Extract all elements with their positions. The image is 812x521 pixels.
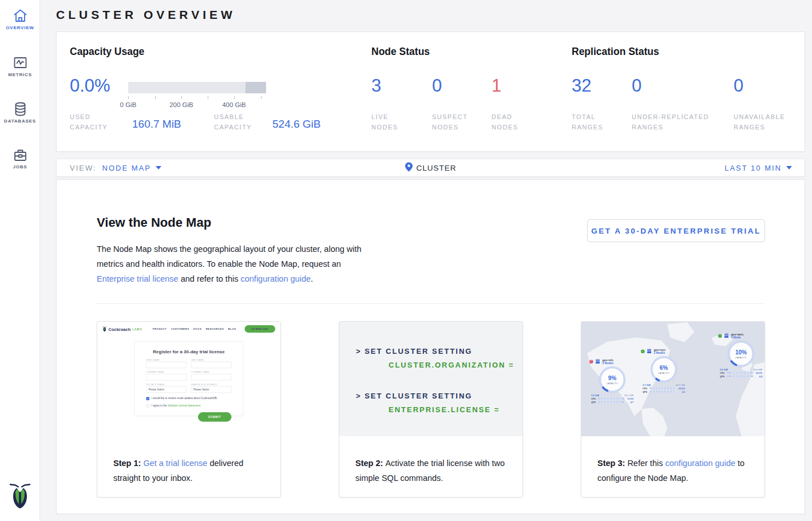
submit-button[interactable]: SUBMIT xyxy=(198,412,232,422)
locality-sfo[interactable]: ! geo=sfo 2 Nodes 9% CAPACITY 3.2 GiB35.… xyxy=(589,358,635,404)
sidebar-item-label: METRICS xyxy=(0,72,40,77)
qps-label: QPS xyxy=(643,390,648,393)
healthy-badge-icon: ✓ xyxy=(641,349,645,353)
nav-link-resources[interactable]: RESOURCES xyxy=(206,327,224,330)
time-range-dropdown[interactable]: LAST 10 MIN xyxy=(724,164,805,172)
configuration-guide-link[interactable]: configuration guide xyxy=(665,459,735,468)
description-text: . xyxy=(311,274,313,283)
capacity-label: CAPACITY xyxy=(735,357,747,359)
node-map-panel: View the Node Map The Node Map shows the… xyxy=(56,179,805,514)
step3-caption: Step 3: Refer this configuration guide t… xyxy=(581,436,765,486)
nav-link-product[interactable]: PRODUCT xyxy=(153,327,167,330)
configuration-guide-link[interactable]: configuration guide xyxy=(240,274,311,283)
nav-link-docs[interactable]: DOCS xyxy=(193,327,201,330)
sidebar-item-label: OVERVIEW xyxy=(0,25,40,30)
breadcrumb: CLUSTER xyxy=(405,162,456,174)
briefcase-icon xyxy=(0,147,40,163)
field-label: COMPANY EMAIL xyxy=(191,371,232,373)
step1-label: Step 1: xyxy=(113,459,143,468)
sidebar-item-overview[interactable]: OVERVIEW xyxy=(0,8,40,30)
replication-status-title: Replication Status xyxy=(572,46,659,58)
capacity-gauge: 6% CAPACITY xyxy=(651,356,677,382)
form-title: Register for a 30-day trial license xyxy=(146,349,232,354)
axis-tick-label: 0 GiB xyxy=(120,101,137,108)
cluster-summary-card: Capacity Usage 0.0% 0 GiB 200 GiB 400 Gi… xyxy=(56,31,805,152)
get-trial-license-link[interactable]: Get a trial license xyxy=(143,459,207,468)
get-enterprise-trial-button[interactable]: GET A 30-DAY ENTERPRISE TRIAL xyxy=(587,219,765,242)
sql-argument: ENTERPRISE.LICENSE = xyxy=(389,403,514,417)
description-text: The Node Map shows the geographical layo… xyxy=(97,244,362,269)
mini-cockroach-labs-logo: Cockroach LABS xyxy=(102,326,142,332)
download-button[interactable]: DOWNLOAD xyxy=(245,325,276,333)
total-gib: 43.7 GiB xyxy=(676,384,685,386)
sidebar-item-metrics[interactable]: METRICS xyxy=(0,55,40,77)
unavailable-ranges-label: UNAVAILABLE RANGES xyxy=(734,112,802,132)
sidebar-item-jobs[interactable]: JOBS xyxy=(0,147,40,169)
warning-badge-icon: ! xyxy=(589,360,593,364)
locality-node-count: 2 Nodes xyxy=(654,352,666,355)
node-status-title: Node Status xyxy=(371,46,430,58)
brand-suffix: LABS xyxy=(132,327,142,331)
field-label: COMPANY NAME xyxy=(146,371,187,373)
view-label: VIEW: xyxy=(70,164,97,172)
cpu-label: CPU xyxy=(643,387,648,390)
email-updates-checkbox[interactable]: ✓ xyxy=(146,397,150,401)
capacity-percent: 0.0% xyxy=(70,76,110,96)
locality-nyc[interactable]: ✓ geo=nyc 2 Nodes 6% CAPACITY 3.7 GiB43.… xyxy=(641,348,687,393)
step3-label: Step 3: xyxy=(597,459,627,468)
used-gib: 3.6 GiB xyxy=(720,368,728,371)
company-name-input[interactable] xyxy=(146,374,187,381)
locality-node-count: 1 Node xyxy=(731,336,744,340)
first-name-input[interactable] xyxy=(146,362,187,369)
step2-sql-graphic: > SET CLUSTER SETTING CLUSTER.ORGANIZATI… xyxy=(339,322,522,436)
field-label: FIRST NAME xyxy=(146,359,187,361)
node-stack-icon xyxy=(724,333,729,338)
capacity-label: CAPACITY xyxy=(607,382,618,385)
under-replicated-ranges-label: UNDER-REPLICATED RANGES xyxy=(632,112,729,132)
healthy-badge-icon: ✓ xyxy=(718,334,722,338)
node-stack-icon xyxy=(647,349,652,354)
cpu-value: 58.3% xyxy=(755,372,762,374)
company-email-input[interactable] xyxy=(191,374,232,381)
chevron-down-icon xyxy=(786,166,792,169)
mini-site-nav-links: PRODUCT CUSTOMERS DOCS RESOURCES BLOG DO… xyxy=(153,325,275,333)
field-label: PROJECT PHASE xyxy=(146,384,187,386)
sql-argument: CLUSTER.ORGANIZATION = xyxy=(389,358,514,372)
qps-value: 0.0 xyxy=(678,390,685,393)
locality-ams[interactable]: ✓ geo=ams 1 Node 10% CAPACITY 3.6 GiB36.… xyxy=(718,333,764,378)
view-dropdown[interactable]: NODE MAP xyxy=(102,164,161,172)
description-text: and refer to this xyxy=(179,274,241,283)
project-phase-select[interactable]: Please Select xyxy=(146,386,187,393)
axis-tick xyxy=(208,96,208,99)
reason-for-interest-select[interactable]: Please Select xyxy=(191,386,232,393)
license-agreement-checkbox[interactable] xyxy=(146,404,150,408)
agree-text: I agree to the xyxy=(152,404,168,407)
software-license-agreement-link[interactable]: Software License Agreement. xyxy=(168,404,201,407)
capacity-gauge: 10% CAPACITY xyxy=(728,341,754,367)
email-updates-label: I would like to receive email updates ab… xyxy=(152,397,217,400)
unavailable-ranges-value: 0 xyxy=(734,76,743,96)
nav-link-customers[interactable]: CUSTOMERS xyxy=(171,327,189,330)
capacity-gauge: 9% CAPACITY xyxy=(599,366,625,393)
last-name-input[interactable] xyxy=(191,362,232,369)
used-capacity-value: 160.7 MiB xyxy=(132,118,181,131)
axis-tick xyxy=(181,96,182,99)
qps-bar xyxy=(650,391,676,393)
enterprise-trial-license-link[interactable]: Enterprise trial license xyxy=(97,274,179,283)
step1-screenshot: Cockroach LABS PRODUCT CUSTOMERS DOCS RE… xyxy=(97,322,280,436)
usable-capacity-label: USABLE CAPACITY xyxy=(214,112,271,132)
capacity-bar-nonusable-segment xyxy=(245,82,266,93)
step1-card: Cockroach LABS PRODUCT CUSTOMERS DOCS RE… xyxy=(97,321,281,498)
suspect-nodes-value: 0 xyxy=(432,76,442,96)
total-gib: 35.1 GiB xyxy=(624,394,633,397)
locality-node-count: 2 Nodes xyxy=(603,362,613,365)
breadcrumb-cluster[interactable]: CLUSTER xyxy=(416,164,456,172)
step2-label: Step 2: xyxy=(355,459,385,468)
axis-tick xyxy=(128,96,129,99)
nav-link-blog[interactable]: BLOG xyxy=(228,327,236,330)
sidebar-item-databases[interactable]: DATABASES xyxy=(0,101,40,124)
capacity-bar xyxy=(128,82,266,93)
chevron-down-icon xyxy=(156,166,161,169)
used-gib: 3.2 GiB xyxy=(591,394,599,397)
cpu-bar xyxy=(727,372,754,374)
